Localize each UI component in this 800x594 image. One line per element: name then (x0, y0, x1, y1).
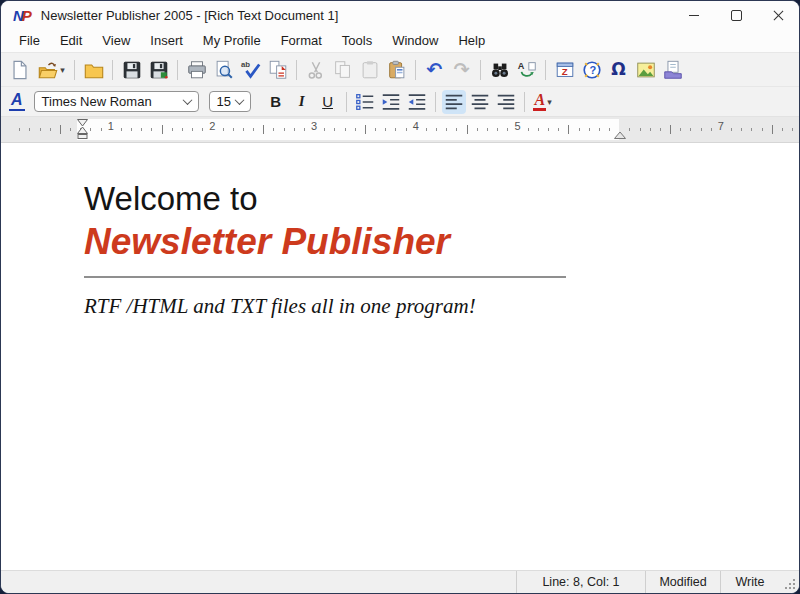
document-tagline: RTF /HTML and TXT files all in one progr… (84, 294, 476, 319)
toolbar-separator (112, 60, 113, 80)
minimize-icon (689, 15, 699, 16)
indent-decrease-button[interactable] (405, 90, 429, 114)
indent-decrease-icon (406, 91, 428, 113)
insert-image-button[interactable] (633, 57, 658, 83)
undo-button[interactable]: ↶ (422, 57, 447, 83)
font-color-button[interactable]: A ▾ (531, 90, 555, 114)
replace-icon: A (516, 59, 538, 81)
menu-help[interactable]: Help (448, 31, 495, 50)
underline-button[interactable]: U (316, 90, 340, 114)
app-logo-icon: NP (13, 8, 30, 23)
print-icon (186, 59, 208, 81)
menu-view[interactable]: View (92, 31, 140, 50)
toolbar-separator (296, 60, 297, 80)
font-size-select[interactable]: 15 (209, 91, 251, 112)
align-center-button[interactable] (468, 90, 492, 114)
find-button[interactable] (487, 57, 512, 83)
font-color-dropdown-icon[interactable]: ▾ (547, 97, 552, 107)
align-left-button[interactable] (442, 90, 466, 114)
toolbar-separator (74, 60, 75, 80)
folder-button[interactable] (81, 57, 106, 83)
find-icon (489, 59, 511, 81)
send-document-icon (662, 59, 684, 81)
help-icon: ? (581, 59, 603, 81)
spell-check-icon: ab (240, 59, 262, 81)
chevron-down-icon (234, 95, 244, 105)
bold-button[interactable]: B (264, 90, 288, 114)
paste-button[interactable] (357, 57, 382, 83)
bullet-list-icon (354, 91, 376, 113)
cut-icon (305, 59, 327, 81)
document-heading: Welcome to (84, 182, 258, 215)
open-dropdown-icon[interactable]: ▾ (60, 65, 65, 75)
font-dialog-icon[interactable]: A (9, 92, 25, 111)
maximize-icon (731, 10, 742, 21)
status-cursor-position: Line: 8, Col: 1 (516, 571, 645, 593)
ruler[interactable]: 123457 (1, 117, 799, 143)
new-document-button[interactable] (7, 57, 32, 83)
indent-increase-button[interactable] (379, 90, 403, 114)
maximize-button[interactable] (715, 1, 757, 29)
toolbar-separator (177, 60, 178, 80)
font-size-value: 15 (217, 94, 231, 109)
align-right-icon (495, 91, 517, 113)
save-as-icon (148, 59, 170, 81)
align-left-icon (443, 91, 465, 113)
align-center-icon (469, 91, 491, 113)
title-bar[interactable]: NP Newsletter Publisher 2005 - [Rich Tex… (1, 1, 799, 29)
open-button[interactable]: ▾ (34, 57, 68, 83)
menu-bar: File Edit View Insert My Profile Format … (1, 29, 799, 52)
font-family-value: Times New Roman (42, 94, 152, 109)
folder-icon (83, 59, 105, 81)
help-button[interactable]: ? (579, 57, 604, 83)
indent-increase-icon (380, 91, 402, 113)
replace-button[interactable]: A (514, 57, 539, 83)
close-button[interactable] (757, 1, 799, 29)
print-button[interactable] (184, 57, 209, 83)
align-right-button[interactable] (494, 90, 518, 114)
cut-button[interactable] (303, 57, 328, 83)
send-document-button[interactable] (660, 57, 685, 83)
print-preview-button[interactable] (211, 57, 236, 83)
redo-icon: ↷ (454, 60, 470, 79)
special-characters-button[interactable]: Ω (606, 57, 631, 83)
chevron-down-icon (182, 95, 192, 105)
insert-field-icon: Z (554, 59, 576, 81)
menu-edit[interactable]: Edit (50, 31, 92, 50)
insert-field-button[interactable]: Z (552, 57, 577, 83)
status-bar: Line: 8, Col: 1 Modified Write (1, 570, 799, 593)
save-button[interactable] (119, 57, 144, 83)
minimize-button[interactable] (673, 1, 715, 29)
menu-window[interactable]: Window (382, 31, 448, 50)
italic-button[interactable]: I (290, 90, 314, 114)
save-as-button[interactable] (146, 57, 171, 83)
toolbar-separator (435, 92, 436, 112)
copy-icon (332, 59, 354, 81)
svg-text:?: ? (589, 63, 596, 75)
status-spacer (1, 571, 516, 593)
document-horizontal-rule (84, 276, 566, 279)
bullet-list-button[interactable] (353, 90, 377, 114)
right-indent-marker[interactable] (613, 131, 627, 140)
menu-insert[interactable]: Insert (140, 31, 193, 50)
indent-marker[interactable] (76, 118, 89, 140)
main-toolbar: ▾ ab (1, 52, 799, 86)
ruler-ticks: 123457 (1, 117, 799, 142)
copy-button[interactable] (330, 57, 355, 83)
window-title: Newsletter Publisher 2005 - [Rich Text D… (41, 8, 338, 23)
menu-file[interactable]: File (9, 31, 50, 50)
convert-document-button[interactable] (265, 57, 290, 83)
document-heading-brand: Newsletter Publisher (84, 223, 450, 260)
document-canvas[interactable]: Welcome to Newsletter Publisher RTF /HTM… (1, 143, 799, 570)
paste-special-button[interactable] (384, 57, 409, 83)
resize-grip[interactable] (779, 571, 799, 593)
menu-tools[interactable]: Tools (332, 31, 382, 50)
menu-format[interactable]: Format (271, 31, 332, 50)
omega-icon: Ω (611, 61, 625, 78)
window-controls (673, 1, 799, 29)
save-icon (121, 59, 143, 81)
menu-my-profile[interactable]: My Profile (193, 31, 271, 50)
font-family-select[interactable]: Times New Roman (34, 91, 199, 112)
redo-button[interactable]: ↷ (449, 57, 474, 83)
spell-check-button[interactable]: ab (238, 57, 263, 83)
